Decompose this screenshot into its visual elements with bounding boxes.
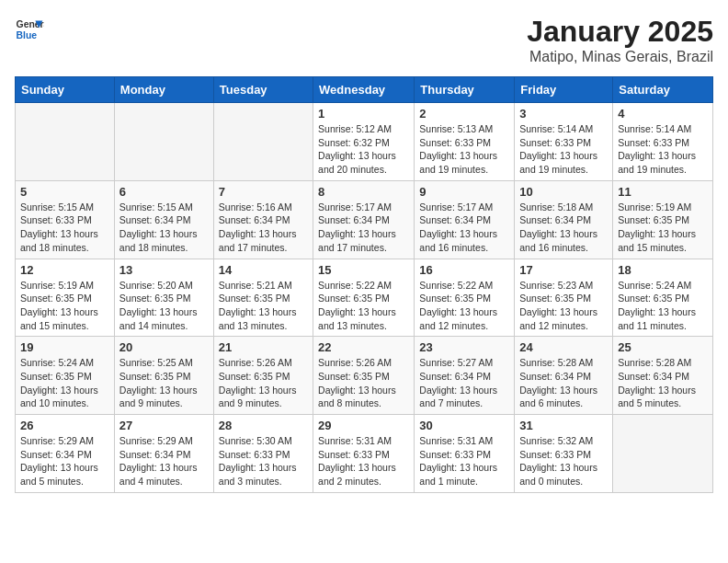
- day-info: Sunrise: 5:14 AM Sunset: 6:33 PM Dayligh…: [618, 122, 708, 177]
- day-of-week-header: Friday: [515, 77, 613, 103]
- day-number: 22: [318, 340, 409, 354]
- svg-text:Blue: Blue: [17, 30, 38, 40]
- day-info: Sunrise: 5:17 AM Sunset: 6:34 PM Dayligh…: [419, 201, 509, 255]
- day-number: 3: [519, 107, 608, 121]
- calendar-cell: 17Sunrise: 5:23 AM Sunset: 6:35 PM Dayli…: [515, 259, 613, 337]
- calendar-header-row: SundayMondayTuesdayWednesdayThursdayFrid…: [16, 77, 713, 103]
- day-info: Sunrise: 5:17 AM Sunset: 6:34 PM Dayligh…: [318, 201, 409, 255]
- day-info: Sunrise: 5:22 AM Sunset: 6:35 PM Dayligh…: [419, 279, 509, 333]
- calendar-cell: 28Sunrise: 5:30 AM Sunset: 6:33 PM Dayli…: [213, 415, 313, 493]
- calendar-cell: 29Sunrise: 5:31 AM Sunset: 6:33 PM Dayli…: [313, 415, 415, 493]
- day-number: 5: [20, 185, 109, 199]
- calendar-week-row: 1Sunrise: 5:12 AM Sunset: 6:32 PM Daylig…: [16, 103, 713, 181]
- day-number: 9: [419, 185, 509, 199]
- day-of-week-header: Wednesday: [313, 77, 415, 103]
- day-number: 11: [618, 185, 708, 199]
- day-info: Sunrise: 5:12 AM Sunset: 6:32 PM Dayligh…: [318, 122, 409, 177]
- calendar-cell: 18Sunrise: 5:24 AM Sunset: 6:35 PM Dayli…: [613, 259, 713, 337]
- logo: General Blue: [15, 15, 44, 44]
- calendar-cell: [213, 103, 313, 181]
- day-number: 14: [219, 263, 308, 277]
- day-number: 27: [119, 419, 209, 432]
- day-info: Sunrise: 5:28 AM Sunset: 6:34 PM Dayligh…: [519, 356, 608, 410]
- calendar-cell: 23Sunrise: 5:27 AM Sunset: 6:34 PM Dayli…: [415, 337, 515, 415]
- day-info: Sunrise: 5:29 AM Sunset: 6:34 PM Dayligh…: [20, 434, 109, 488]
- calendar-week-row: 12Sunrise: 5:19 AM Sunset: 6:35 PM Dayli…: [16, 259, 713, 337]
- day-number: 18: [618, 263, 708, 277]
- day-info: Sunrise: 5:19 AM Sunset: 6:35 PM Dayligh…: [20, 279, 109, 333]
- day-of-week-header: Sunday: [16, 77, 115, 103]
- day-number: 12: [20, 263, 109, 277]
- day-number: 4: [618, 107, 708, 121]
- calendar-cell: 22Sunrise: 5:26 AM Sunset: 6:35 PM Dayli…: [313, 337, 415, 415]
- calendar-cell: 3Sunrise: 5:14 AM Sunset: 6:33 PM Daylig…: [515, 103, 613, 181]
- calendar-cell: [114, 103, 213, 181]
- day-number: 1: [318, 107, 409, 121]
- day-of-week-header: Thursday: [415, 77, 515, 103]
- calendar-cell: 26Sunrise: 5:29 AM Sunset: 6:34 PM Dayli…: [16, 415, 115, 493]
- calendar-cell: 7Sunrise: 5:16 AM Sunset: 6:34 PM Daylig…: [213, 180, 313, 259]
- day-info: Sunrise: 5:13 AM Sunset: 6:33 PM Dayligh…: [419, 122, 509, 177]
- calendar-cell: 21Sunrise: 5:26 AM Sunset: 6:35 PM Dayli…: [213, 337, 313, 415]
- day-number: 19: [20, 340, 109, 354]
- day-number: 21: [219, 340, 308, 354]
- calendar-week-row: 5Sunrise: 5:15 AM Sunset: 6:33 PM Daylig…: [16, 180, 713, 259]
- day-info: Sunrise: 5:31 AM Sunset: 6:33 PM Dayligh…: [419, 434, 509, 488]
- day-info: Sunrise: 5:26 AM Sunset: 6:35 PM Dayligh…: [219, 356, 308, 410]
- calendar-cell: [613, 415, 713, 493]
- calendar-cell: 8Sunrise: 5:17 AM Sunset: 6:34 PM Daylig…: [313, 180, 415, 259]
- logo-icon: General Blue: [15, 15, 44, 44]
- day-number: 30: [419, 419, 509, 432]
- day-number: 24: [519, 340, 608, 354]
- title-block: January 2025 Matipo, Minas Gerais, Brazi…: [527, 15, 713, 65]
- day-of-week-header: Monday: [114, 77, 213, 103]
- day-number: 2: [419, 107, 509, 121]
- day-number: 6: [119, 185, 209, 199]
- day-of-week-header: Tuesday: [213, 77, 313, 103]
- day-info: Sunrise: 5:18 AM Sunset: 6:34 PM Dayligh…: [519, 201, 608, 255]
- page-header: General Blue January 2025 Matipo, Minas …: [15, 15, 713, 65]
- day-info: Sunrise: 5:31 AM Sunset: 6:33 PM Dayligh…: [318, 434, 409, 488]
- day-info: Sunrise: 5:28 AM Sunset: 6:34 PM Dayligh…: [618, 356, 708, 410]
- calendar-cell: 10Sunrise: 5:18 AM Sunset: 6:34 PM Dayli…: [515, 180, 613, 259]
- day-of-week-header: Saturday: [613, 77, 713, 103]
- day-info: Sunrise: 5:32 AM Sunset: 6:33 PM Dayligh…: [519, 434, 608, 488]
- day-info: Sunrise: 5:26 AM Sunset: 6:35 PM Dayligh…: [318, 356, 409, 410]
- day-number: 7: [219, 185, 308, 199]
- day-number: 10: [519, 185, 608, 199]
- calendar-cell: 30Sunrise: 5:31 AM Sunset: 6:33 PM Dayli…: [415, 415, 515, 493]
- month-year-title: January 2025: [527, 15, 713, 49]
- calendar-cell: 12Sunrise: 5:19 AM Sunset: 6:35 PM Dayli…: [16, 259, 115, 337]
- day-info: Sunrise: 5:15 AM Sunset: 6:33 PM Dayligh…: [20, 201, 109, 255]
- day-info: Sunrise: 5:22 AM Sunset: 6:35 PM Dayligh…: [318, 279, 409, 333]
- day-info: Sunrise: 5:14 AM Sunset: 6:33 PM Dayligh…: [519, 122, 608, 177]
- calendar-cell: 19Sunrise: 5:24 AM Sunset: 6:35 PM Dayli…: [16, 337, 115, 415]
- day-info: Sunrise: 5:20 AM Sunset: 6:35 PM Dayligh…: [119, 279, 209, 333]
- day-info: Sunrise: 5:19 AM Sunset: 6:35 PM Dayligh…: [618, 201, 708, 255]
- day-number: 17: [519, 263, 608, 277]
- day-info: Sunrise: 5:15 AM Sunset: 6:34 PM Dayligh…: [119, 201, 209, 255]
- day-number: 8: [318, 185, 409, 199]
- day-number: 20: [119, 340, 209, 354]
- day-number: 29: [318, 419, 409, 432]
- day-info: Sunrise: 5:24 AM Sunset: 6:35 PM Dayligh…: [618, 279, 708, 333]
- calendar-cell: 4Sunrise: 5:14 AM Sunset: 6:33 PM Daylig…: [613, 103, 713, 181]
- calendar-cell: 20Sunrise: 5:25 AM Sunset: 6:35 PM Dayli…: [114, 337, 213, 415]
- day-number: 26: [20, 419, 109, 432]
- day-info: Sunrise: 5:16 AM Sunset: 6:34 PM Dayligh…: [219, 201, 308, 255]
- calendar-cell: 31Sunrise: 5:32 AM Sunset: 6:33 PM Dayli…: [515, 415, 613, 493]
- day-info: Sunrise: 5:27 AM Sunset: 6:34 PM Dayligh…: [419, 356, 509, 410]
- day-number: 23: [419, 340, 509, 354]
- calendar-cell: 6Sunrise: 5:15 AM Sunset: 6:34 PM Daylig…: [114, 180, 213, 259]
- calendar-cell: 11Sunrise: 5:19 AM Sunset: 6:35 PM Dayli…: [613, 180, 713, 259]
- day-info: Sunrise: 5:30 AM Sunset: 6:33 PM Dayligh…: [219, 434, 308, 488]
- day-info: Sunrise: 5:25 AM Sunset: 6:35 PM Dayligh…: [119, 356, 209, 410]
- day-number: 15: [318, 263, 409, 277]
- calendar-cell: [16, 103, 115, 181]
- day-number: 13: [119, 263, 209, 277]
- calendar-cell: 1Sunrise: 5:12 AM Sunset: 6:32 PM Daylig…: [313, 103, 415, 181]
- calendar-cell: 5Sunrise: 5:15 AM Sunset: 6:33 PM Daylig…: [16, 180, 115, 259]
- day-number: 25: [618, 340, 708, 354]
- calendar-cell: 13Sunrise: 5:20 AM Sunset: 6:35 PM Dayli…: [114, 259, 213, 337]
- calendar-week-row: 26Sunrise: 5:29 AM Sunset: 6:34 PM Dayli…: [16, 415, 713, 493]
